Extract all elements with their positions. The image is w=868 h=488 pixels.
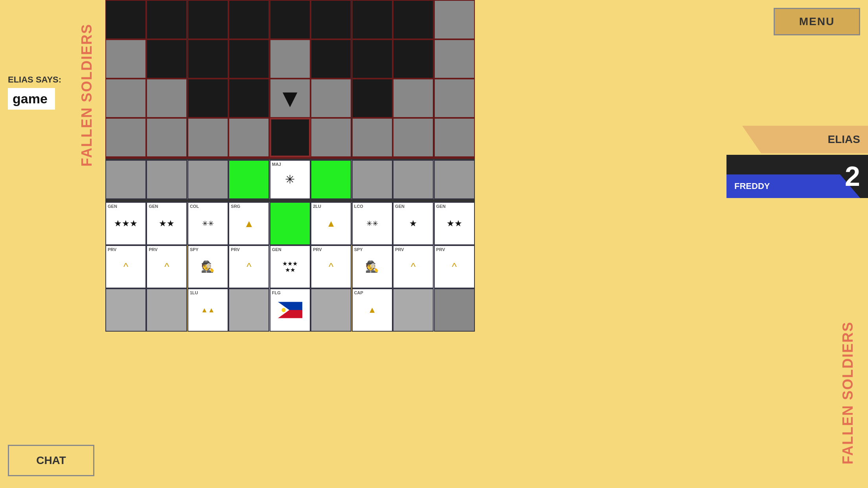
cell-3-7[interactable]: [393, 118, 434, 157]
cell-3-2[interactable]: [188, 118, 228, 157]
elias-name-label: ELIAS: [828, 133, 860, 146]
cell-0-6[interactable]: [352, 0, 393, 39]
p1-r9-icon: ★★: [447, 219, 462, 228]
p2-r4-label: PRV: [231, 247, 239, 252]
score-banner: FREDDY 2: [726, 155, 868, 198]
p1-r3-label: COL: [190, 204, 199, 209]
right-panel: MENU ELIAS FREDDY 2 FALLEN SOLDIERS: [475, 0, 868, 488]
cell-0-1[interactable]: [146, 0, 187, 39]
battle-8[interactable]: [434, 160, 475, 199]
p1-lco[interactable]: LCO ✳✳: [352, 202, 393, 245]
enemy-grid-row3: ▼: [105, 79, 475, 118]
elias-says-label: ELIAS SAYS:: [8, 75, 102, 85]
p2-gen5star[interactable]: GEN ★★★ ★★: [270, 245, 311, 288]
board-container: ▼ MAJ ✳: [105, 0, 475, 488]
maj-rank-label: MAJ: [272, 162, 281, 167]
p1-green[interactable]: [270, 202, 311, 245]
cell-2-8[interactable]: [434, 79, 475, 118]
cell-0-3[interactable]: [228, 0, 269, 39]
cell-2-5[interactable]: [311, 79, 351, 118]
p2-prv5[interactable]: PRV ^: [393, 245, 434, 288]
p3-0[interactable]: [105, 288, 146, 332]
p2-r3-icon: 🕵: [201, 261, 215, 272]
cell-3-0[interactable]: [105, 118, 146, 157]
cell-target[interactable]: [270, 118, 311, 157]
p3-flg[interactable]: FLG: [270, 288, 311, 332]
battle-zone: MAJ ✳: [105, 159, 475, 200]
p1-r4-label: SRG: [231, 204, 240, 209]
p3-r7-icon: ▲: [368, 306, 377, 314]
p3-7[interactable]: [393, 288, 434, 332]
p3-3[interactable]: [228, 288, 269, 332]
p3-8[interactable]: [434, 288, 475, 332]
menu-button[interactable]: MENU: [774, 8, 860, 35]
cell-1-3[interactable]: [228, 39, 269, 79]
cell-arrow[interactable]: ▼: [270, 79, 311, 118]
cell-2-3[interactable]: [228, 79, 269, 118]
battle-7[interactable]: [393, 160, 434, 199]
cell-3-5[interactable]: [311, 118, 351, 157]
cell-3-8[interactable]: [434, 118, 475, 157]
cell-1-7[interactable]: [393, 39, 434, 79]
p2-prv1[interactable]: PRV ^: [105, 245, 146, 288]
cell-3-6[interactable]: [352, 118, 393, 157]
cell-1-1[interactable]: [146, 39, 187, 79]
cell-3-3[interactable]: [228, 118, 269, 157]
p1-gen3[interactable]: GEN ★★★: [105, 202, 146, 245]
p2-r8-label: PRV: [395, 247, 404, 252]
cell-3-1[interactable]: [146, 118, 187, 157]
p1-2lu[interactable]: 2LU ▲: [311, 202, 351, 245]
cell-2-6[interactable]: [352, 79, 393, 118]
battle-4-maj[interactable]: MAJ ✳: [270, 160, 311, 199]
p2-prv6[interactable]: PRV ^: [434, 245, 475, 288]
p1-r9-label: GEN: [436, 204, 446, 209]
p2-r3-label: SPY: [190, 247, 199, 252]
battle-2[interactable]: [188, 160, 228, 199]
battle-6[interactable]: [352, 160, 393, 199]
p2-spy2[interactable]: SPY 🕵: [352, 245, 393, 288]
cell-2-1[interactable]: [146, 79, 187, 118]
cell-0-5[interactable]: [311, 0, 351, 39]
score-area: ELIAS FREDDY 2: [726, 126, 868, 198]
p2-prv4[interactable]: PRV ^: [311, 245, 351, 288]
cell-2-7[interactable]: [393, 79, 434, 118]
player-zone-row3: 1LU ▲▲ FLG CAP ▲: [105, 288, 475, 332]
p1-r4-icon: ▲: [244, 218, 254, 229]
p1-gen2b[interactable]: GEN ★★: [434, 202, 475, 245]
p1-gen1[interactable]: GEN ★: [393, 202, 434, 245]
cell-1-2[interactable]: [188, 39, 228, 79]
cell-1-6[interactable]: [352, 39, 393, 79]
cell-0-2[interactable]: [188, 0, 228, 39]
enemy-grid-row2: [105, 39, 475, 79]
chat-button[interactable]: CHAT: [8, 445, 94, 476]
p3-5[interactable]: [311, 288, 351, 332]
cell-0-7[interactable]: [393, 0, 434, 39]
enemy-grid-row4: [105, 118, 475, 157]
cell-0-4[interactable]: [270, 0, 311, 39]
cell-2-2[interactable]: [188, 79, 228, 118]
cell-1-0[interactable]: [105, 39, 146, 79]
p2-r6-icon: ^: [329, 262, 333, 272]
battle-1[interactable]: [146, 160, 187, 199]
p3-1[interactable]: [146, 288, 187, 332]
battle-5-green[interactable]: [311, 160, 351, 199]
cell-1-4[interactable]: [270, 39, 311, 79]
p1-r2-label: GEN: [149, 204, 158, 209]
p2-r8-icon: ^: [411, 262, 416, 272]
cell-1-8[interactable]: [434, 39, 475, 79]
p1-gen2[interactable]: GEN ★★: [146, 202, 187, 245]
p1-srg[interactable]: SRG ▲: [228, 202, 269, 245]
p1-col[interactable]: COL ✳✳: [188, 202, 228, 245]
cell-1-5[interactable]: [311, 39, 351, 79]
cell-2-0[interactable]: [105, 79, 146, 118]
p2-prv2[interactable]: PRV ^: [146, 245, 187, 288]
battle-3-green[interactable]: [228, 160, 269, 199]
p2-prv3[interactable]: PRV ^: [228, 245, 269, 288]
p3-1lu[interactable]: 1LU ▲▲: [188, 288, 228, 332]
cell-0-0[interactable]: [105, 0, 146, 39]
p3-cap[interactable]: CAP ▲: [352, 288, 393, 332]
p2-spy1[interactable]: SPY 🕵: [188, 245, 228, 288]
cell-0-8[interactable]: [434, 0, 475, 39]
battle-0[interactable]: [105, 160, 146, 199]
fallen-soldiers-right-label: FALLEN SOLDIERS: [840, 321, 856, 464]
